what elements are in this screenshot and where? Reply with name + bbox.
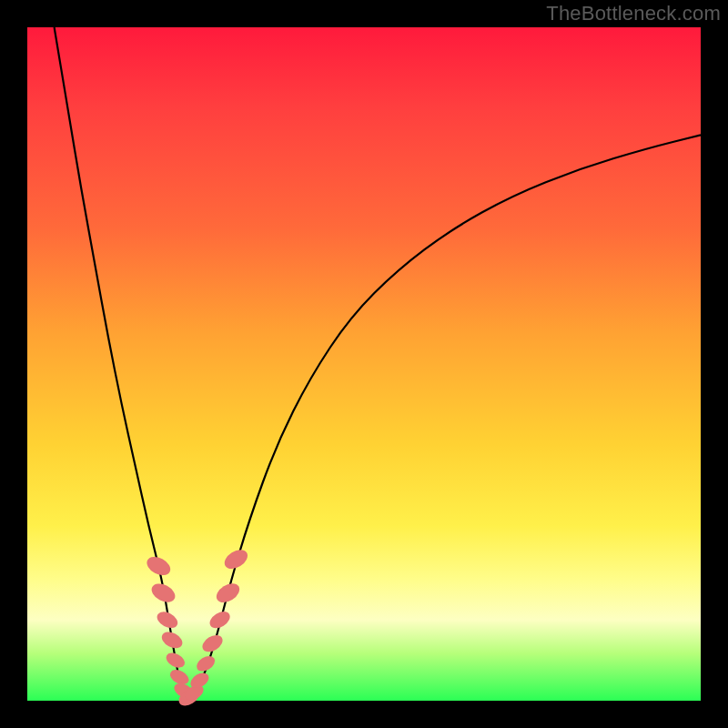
marker-point <box>164 650 187 671</box>
bottleneck-curve <box>55 27 701 698</box>
plot-area <box>27 27 701 701</box>
marker-point <box>144 553 174 579</box>
marker-point <box>207 608 233 632</box>
curve-svg <box>27 27 701 701</box>
marker-point <box>221 546 251 573</box>
chart-frame: TheBottleneck.com <box>0 0 728 728</box>
marker-point <box>159 629 186 652</box>
watermark-text: TheBottleneck.com <box>546 2 721 25</box>
marker-point <box>213 580 243 607</box>
